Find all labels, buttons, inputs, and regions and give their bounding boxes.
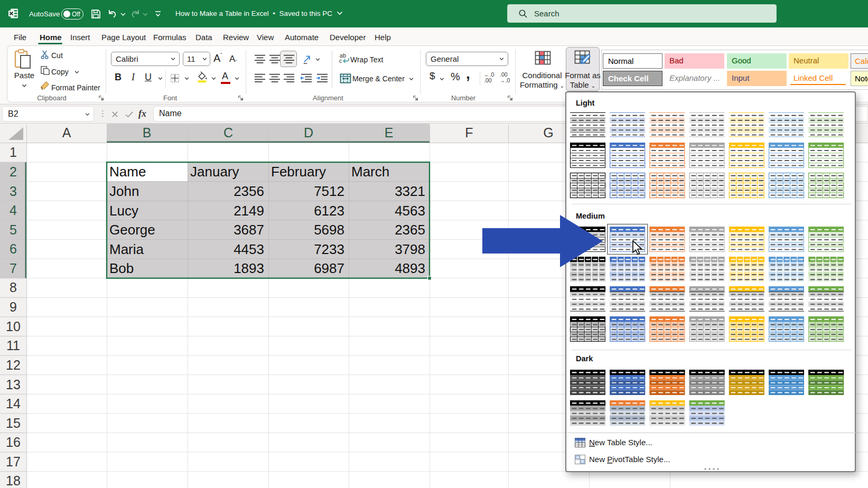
svg-text:14: 14 xyxy=(6,396,21,411)
svg-text:2149: 2149 xyxy=(234,203,264,219)
svg-text:3321: 3321 xyxy=(395,183,425,199)
svg-text:17: 17 xyxy=(6,454,21,469)
svg-text:4453: 4453 xyxy=(234,241,264,257)
svg-text:2365: 2365 xyxy=(395,222,425,238)
svg-text:16: 16 xyxy=(6,435,21,449)
svg-text:13: 13 xyxy=(6,377,21,392)
svg-text:4563: 4563 xyxy=(395,203,425,219)
svg-text:15: 15 xyxy=(6,416,21,430)
svg-text:7233: 7233 xyxy=(314,241,344,257)
svg-text:12: 12 xyxy=(6,358,21,372)
svg-text:4: 4 xyxy=(10,203,17,218)
svg-text:January: January xyxy=(190,164,239,180)
svg-text:E: E xyxy=(385,125,394,140)
svg-text:March: March xyxy=(351,164,389,180)
svg-text:6123: 6123 xyxy=(314,203,344,219)
svg-text:5: 5 xyxy=(10,222,17,237)
svg-text:1: 1 xyxy=(10,145,17,159)
svg-text:2356: 2356 xyxy=(234,183,264,199)
svg-text:D: D xyxy=(304,125,313,140)
svg-text:6: 6 xyxy=(10,241,17,256)
svg-text:7: 7 xyxy=(10,261,17,276)
svg-text:Lucy: Lucy xyxy=(109,203,138,219)
svg-text:c: c xyxy=(339,58,342,64)
svg-text:New Table Style...: New Table Style... xyxy=(589,438,652,447)
svg-text:4893: 4893 xyxy=(395,260,425,276)
svg-text:8: 8 xyxy=(10,280,17,295)
svg-text:Name: Name xyxy=(109,164,146,180)
svg-text:Dark: Dark xyxy=(576,354,593,363)
svg-text:3798: 3798 xyxy=(395,241,425,257)
svg-text:1893: 1893 xyxy=(234,260,264,276)
svg-text:George: George xyxy=(109,222,155,238)
svg-text:9: 9 xyxy=(10,299,17,314)
svg-text:February: February xyxy=(271,164,326,180)
svg-text:11: 11 xyxy=(6,338,20,353)
svg-text:3687: 3687 xyxy=(234,222,264,238)
svg-text:Light: Light xyxy=(576,99,595,107)
svg-text:F: F xyxy=(465,125,473,140)
svg-text:2: 2 xyxy=(10,164,17,179)
svg-text:New PivotTable Style...: New PivotTable Style... xyxy=(589,455,670,464)
svg-text:3: 3 xyxy=(10,184,17,199)
svg-text:5698: 5698 xyxy=(314,222,344,238)
svg-text:A: A xyxy=(62,125,71,140)
svg-text:B: B xyxy=(143,125,152,140)
svg-text:Maria: Maria xyxy=(109,241,144,257)
svg-text:John: John xyxy=(109,183,139,199)
svg-text:Bob: Bob xyxy=(109,260,134,276)
svg-text:10: 10 xyxy=(6,319,21,334)
svg-text:7512: 7512 xyxy=(314,183,344,199)
svg-text:C: C xyxy=(223,125,233,140)
svg-text:6987: 6987 xyxy=(314,260,344,276)
svg-text:18: 18 xyxy=(6,473,21,488)
svg-text:G: G xyxy=(543,125,553,140)
